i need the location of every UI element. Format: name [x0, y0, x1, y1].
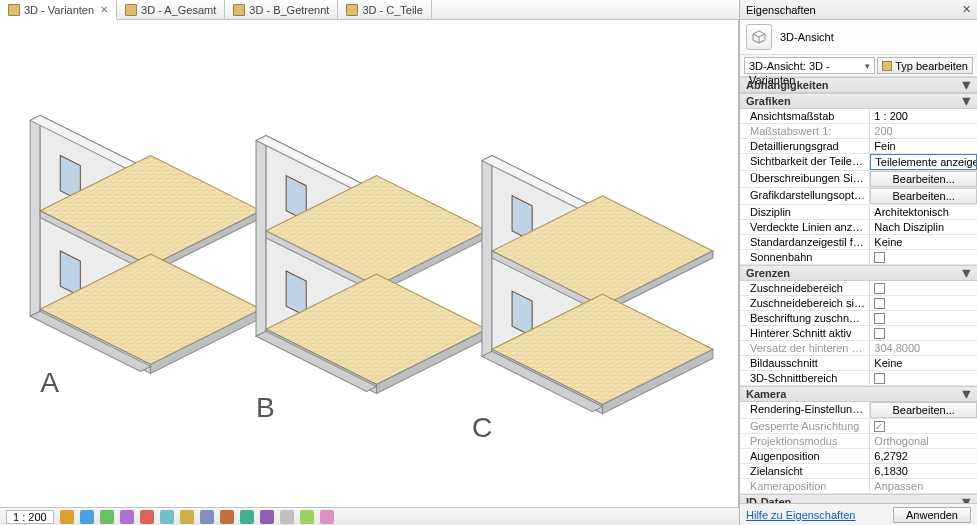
tab-0[interactable]: 3D - Varianten✕ — [0, 0, 117, 20]
prop-projektion: Orthogonal — [870, 434, 977, 448]
prop-massstabswert: 200 — [870, 124, 977, 138]
type-header: 3D-Ansicht — [740, 20, 977, 55]
status-icon-11[interactable] — [260, 510, 274, 524]
prop-sichtbarkeit[interactable]: Teilelemente anzeigen — [870, 154, 977, 170]
prop-3d-schnitt[interactable] — [870, 371, 977, 385]
prop-sonnenbahn[interactable] — [870, 250, 977, 264]
prop-zuschneide[interactable] — [870, 281, 977, 295]
variant-label-c: C — [472, 412, 492, 443]
view-selector[interactable]: 3D-Ansicht: 3D - Varianten — [744, 57, 875, 74]
properties-list[interactable]: Abhängigkeiten⯆ Grafiken⯆ Ansichtsmaßsta… — [740, 77, 977, 503]
prop-gesperrte — [870, 419, 977, 433]
status-icon-6[interactable] — [160, 510, 174, 524]
prop-ziel[interactable]: 6,1830 — [870, 464, 977, 478]
prop-kamerapos: Anpassen — [870, 479, 977, 493]
help-link[interactable]: Hilfe zu Eigenschaften — [746, 509, 855, 521]
tab-label: 3D - B_Getrennt — [249, 4, 329, 16]
status-icon-2[interactable] — [80, 510, 94, 524]
status-bar: 1 : 200 — [0, 507, 739, 525]
prop-beschriftung[interactable] — [870, 311, 977, 325]
prop-verdeckte[interactable]: Nach Disziplin — [870, 220, 977, 234]
properties-panel-title: Eigenschaften ✕ — [740, 0, 977, 20]
view3d-icon — [746, 24, 772, 50]
status-icon-1[interactable] — [60, 510, 74, 524]
tab-2[interactable]: 3D - B_Getrennt — [225, 0, 338, 19]
status-icon-12[interactable] — [280, 510, 294, 524]
scale-selector[interactable]: 1 : 200 — [6, 510, 54, 524]
status-icon-13[interactable] — [300, 510, 314, 524]
view3d-icon — [346, 4, 358, 16]
status-icon-4[interactable] — [120, 510, 134, 524]
apply-button[interactable]: Anwenden — [893, 507, 971, 523]
prop-ueberschreibungen-button[interactable]: Bearbeiten... — [870, 171, 977, 187]
viewport-canvas[interactable]: A B C — [0, 20, 738, 507]
view3d-icon — [233, 4, 245, 16]
prop-grafikoptionen-button[interactable]: Bearbeiten... — [870, 188, 977, 204]
prop-rendering-button[interactable]: Bearbeiten... — [870, 402, 977, 418]
section-id-daten[interactable]: ID-Daten⯆ — [740, 494, 977, 503]
tab-label: 3D - A_Gesamt — [141, 4, 216, 16]
close-icon[interactable]: ✕ — [962, 3, 971, 16]
status-icon-7[interactable] — [180, 510, 194, 524]
status-icon-5[interactable] — [140, 510, 154, 524]
prop-detail[interactable]: Fein — [870, 139, 977, 153]
prop-disziplin[interactable]: Architektonisch — [870, 205, 977, 219]
variant-label-a: A — [40, 367, 59, 398]
section-grafiken[interactable]: Grafiken⯆ — [740, 93, 977, 109]
prop-hinterer-schnitt[interactable] — [870, 326, 977, 340]
type-label: 3D-Ansicht — [780, 31, 834, 43]
view3d-icon — [125, 4, 137, 16]
properties-panel: Eigenschaften ✕ 3D-Ansicht 3D-Ansicht: 3… — [739, 0, 977, 525]
prop-standard[interactable]: Keine — [870, 235, 977, 249]
edit-type-button[interactable]: Typ bearbeiten — [877, 57, 973, 74]
tab-label: 3D - C_Teile — [362, 4, 423, 16]
prop-bildausschnitt[interactable]: Keine — [870, 356, 977, 370]
prop-versatz: 304,8000 — [870, 341, 977, 355]
tab-3[interactable]: 3D - C_Teile — [338, 0, 432, 19]
section-kamera[interactable]: Kamera⯆ — [740, 386, 977, 402]
prop-zuschneide-sichtbar[interactable] — [870, 296, 977, 310]
status-icon-14[interactable] — [320, 510, 334, 524]
status-icon-9[interactable] — [220, 510, 234, 524]
status-icon-8[interactable] — [200, 510, 214, 524]
close-icon[interactable]: ✕ — [100, 4, 108, 15]
section-grenzen[interactable]: Grenzen⯆ — [740, 265, 977, 281]
prop-ansichtsmassstab[interactable]: 1 : 200 — [870, 109, 977, 123]
prop-augen[interactable]: 6,2792 — [870, 449, 977, 463]
view3d-icon — [8, 4, 20, 16]
viewport-3d[interactable]: A B C — [0, 20, 739, 507]
tab-1[interactable]: 3D - A_Gesamt — [117, 0, 225, 19]
status-icon-10[interactable] — [240, 510, 254, 524]
variant-label-b: B — [256, 392, 275, 423]
status-icon-3[interactable] — [100, 510, 114, 524]
tab-label: 3D - Varianten — [24, 4, 94, 16]
properties-footer: Hilfe zu Eigenschaften Anwenden — [740, 503, 977, 525]
